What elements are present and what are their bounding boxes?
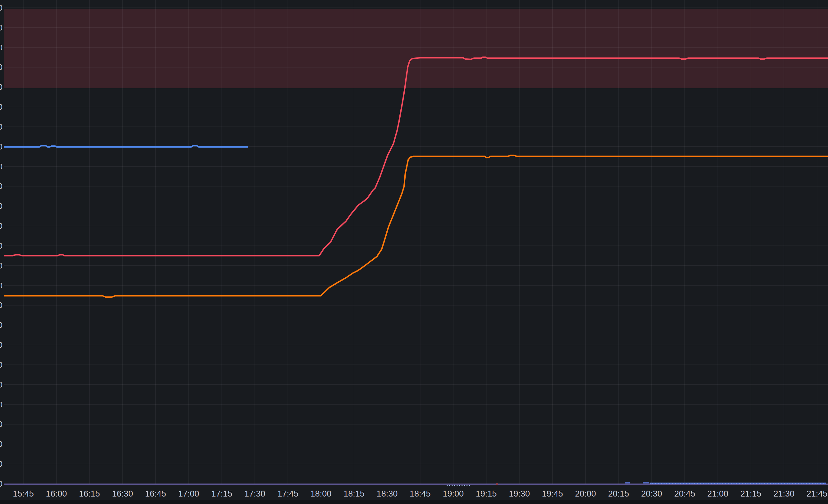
y-axis-tick-label-truncated: 0 xyxy=(0,63,2,72)
dark-red-dot-marker xyxy=(496,483,498,485)
x-axis-tick-label: 15:45 xyxy=(13,489,34,498)
x-axis-tick-label: 18:45 xyxy=(410,489,431,498)
x-axis-tick-label: 18:00 xyxy=(310,489,332,498)
x-axis-tick-label: 21:45 xyxy=(806,489,828,498)
y-axis-tick-label-truncated: 0 xyxy=(0,420,2,428)
x-axis-tick-label: 19:00 xyxy=(443,489,464,498)
y-axis-tick-label-truncated: 0 xyxy=(0,122,2,131)
x-axis-tick-label: 19:45 xyxy=(542,489,563,498)
y-axis-tick-label-truncated: 0 xyxy=(0,301,2,309)
y-axis-tick-label-truncated: 0 xyxy=(0,43,2,52)
x-axis-tick-label: 21:00 xyxy=(707,489,729,498)
y-axis-tick-label-truncated: 0 xyxy=(0,102,2,111)
y-axis-tick-label-truncated: 0 xyxy=(0,23,2,32)
x-axis-tick-label: 18:30 xyxy=(377,489,398,498)
x-axis-tick-label: 18:15 xyxy=(343,489,365,498)
x-axis-tick-label: 19:15 xyxy=(476,489,497,498)
x-axis-tick-label: 17:30 xyxy=(244,489,265,498)
y-axis-tick-label-truncated: 0 xyxy=(0,361,2,369)
x-axis-tick-label: 17:15 xyxy=(211,489,233,498)
x-axis-tick-label: 20:00 xyxy=(575,489,596,498)
grafana-time-series-panel: 000000000000000000000000015:4516:0016:15… xyxy=(0,0,828,504)
y-axis-tick-label-truncated: 0 xyxy=(0,202,2,210)
x-axis-tick-label: 16:45 xyxy=(145,489,166,498)
y-axis-tick-label-truncated: 0 xyxy=(0,380,2,389)
x-axis-tick-label: 19:30 xyxy=(509,489,530,498)
x-axis-tick-label: 21:30 xyxy=(773,489,794,498)
y-axis-tick-label-truncated: 0 xyxy=(0,460,2,468)
x-axis-tick-label: 16:00 xyxy=(46,489,67,498)
y-axis-tick-label-truncated: 0 xyxy=(0,321,2,329)
y-axis-tick-label-truncated: 0 xyxy=(0,341,2,349)
y-axis-tick-label-truncated: 0 xyxy=(0,182,2,191)
y-axis-tick-label-truncated: 0 xyxy=(0,221,2,230)
threshold-band xyxy=(4,9,828,88)
x-axis-tick-label: 20:15 xyxy=(608,489,629,498)
x-axis-tick-label: 21:15 xyxy=(740,489,761,498)
x-axis-tick-label: 20:30 xyxy=(641,489,662,498)
y-axis-tick-label-truncated: 0 xyxy=(0,281,2,290)
timeseries-chart-canvas[interactable]: 000000000000000000000000015:4516:0016:15… xyxy=(0,0,828,504)
y-axis-tick-label-truncated: 0 xyxy=(0,3,2,12)
y-axis-tick-label-truncated: 0 xyxy=(0,440,2,448)
y-axis-tick-label-truncated: 0 xyxy=(0,400,2,409)
y-axis-tick-label-truncated: 0 xyxy=(0,142,2,151)
panel-bottom-strip xyxy=(0,500,828,504)
x-axis-tick-label: 20:45 xyxy=(674,489,695,498)
x-axis-tick-label: 16:15 xyxy=(79,489,100,498)
x-axis-tick-label: 17:45 xyxy=(277,489,298,498)
y-axis-tick-label-truncated: 0 xyxy=(0,83,2,91)
y-axis-tick-label-truncated: 0 xyxy=(0,162,2,171)
y-axis-tick-label-truncated: 0 xyxy=(0,261,2,270)
x-axis-tick-label: 16:30 xyxy=(112,489,133,498)
y-axis-tick-label-truncated: 0 xyxy=(0,242,2,250)
y-axis-tick-label-truncated: 0 xyxy=(0,479,2,488)
x-axis-tick-label: 17:00 xyxy=(178,489,199,498)
